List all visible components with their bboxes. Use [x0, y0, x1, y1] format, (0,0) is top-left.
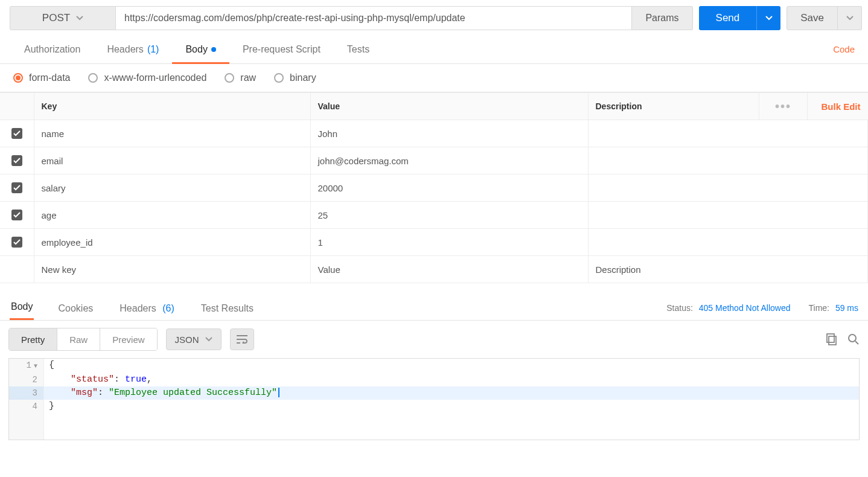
tab-headers-label: Headers [107, 44, 143, 55]
response-meta: Status: 405 Method Not Allowed Time: 59 … [666, 303, 858, 320]
editor-line: 4 } [9, 400, 859, 413]
response-tabs: Body Cookies Headers (6) Test Results St… [0, 289, 868, 321]
radio-icon [88, 73, 98, 83]
chevron-down-icon [76, 16, 83, 21]
view-preview[interactable]: Preview [100, 328, 156, 350]
code-line [44, 426, 859, 440]
code-line [44, 413, 859, 426]
view-pretty[interactable]: Pretty [9, 328, 57, 350]
checkbox[interactable] [11, 128, 22, 139]
radio-icon [13, 73, 23, 83]
radio-form-data[interactable]: form-data [13, 72, 70, 83]
tab-prerequest[interactable]: Pre-request Script [229, 35, 334, 64]
tab-tests[interactable]: Tests [334, 35, 383, 64]
save-button[interactable]: Save [787, 6, 838, 30]
value-cell[interactable]: 20000 [310, 174, 588, 202]
send-dropdown[interactable] [756, 6, 780, 30]
gutter: 2 [9, 373, 44, 386]
col-bulk: Bulk Edit [808, 93, 868, 120]
copy-icon[interactable] [826, 333, 838, 345]
key-cell[interactable]: New key [34, 256, 310, 283]
resp-tab-cookies[interactable]: Cookies [58, 303, 107, 320]
key-cell[interactable]: age [34, 202, 310, 229]
radio-label: form-data [29, 72, 70, 83]
toolbar-right [826, 333, 860, 345]
gutter [9, 413, 44, 426]
url-input[interactable] [116, 6, 632, 30]
more-icon[interactable]: ••• [775, 100, 791, 113]
key-cell[interactable]: name [34, 120, 310, 147]
editor-line: 3 "msg": "Employee updated Successfully" [9, 386, 859, 400]
description-cell[interactable] [588, 147, 868, 174]
checkbox[interactable] [11, 182, 22, 193]
language-label: JSON [175, 335, 199, 345]
table-row: salary20000 [0, 174, 868, 202]
method-select[interactable]: POST [10, 6, 116, 30]
send-button[interactable]: Send [699, 6, 757, 30]
form-data-table: Key Value Description ••• Bulk Edit name… [0, 92, 868, 283]
value-cell[interactable]: 25 [310, 202, 588, 229]
description-cell[interactable] [588, 229, 868, 256]
time-label: Time: [809, 303, 829, 313]
code-line: "msg": "Employee updated Successfully" [44, 386, 859, 400]
wrap-lines-button[interactable] [230, 328, 254, 350]
resp-tab-headers-count: (6) [162, 303, 174, 313]
code-link[interactable]: Code [833, 44, 855, 54]
chevron-down-icon [765, 16, 773, 21]
request-bar: POST Params Send Save [0, 0, 868, 35]
table-header-row: Key Value Description ••• Bulk Edit [0, 93, 868, 120]
chevron-down-icon [846, 16, 854, 21]
save-group: Save [787, 6, 862, 30]
key-cell[interactable]: email [34, 147, 310, 174]
tab-authorization[interactable]: Authorization [11, 35, 94, 64]
editor-line: 1▼ { [9, 359, 859, 373]
key-cell[interactable]: employee_id [34, 229, 310, 256]
send-group: Send [699, 6, 781, 30]
description-cell[interactable] [588, 174, 868, 202]
value-cell[interactable]: Value [310, 256, 588, 283]
col-value: Value [310, 93, 588, 120]
svg-rect-0 [829, 336, 836, 345]
view-raw[interactable]: Raw [57, 328, 100, 350]
resp-tab-tests[interactable]: Test Results [201, 303, 268, 320]
code-line: { [44, 359, 859, 373]
value-cell[interactable]: John [310, 120, 588, 147]
col-checkbox [0, 93, 34, 120]
key-cell[interactable]: salary [34, 174, 310, 202]
description-cell[interactable] [588, 120, 868, 147]
checkbox[interactable] [11, 237, 22, 248]
tab-headers[interactable]: Headers (1) [94, 35, 172, 64]
language-select[interactable]: JSON [166, 328, 222, 350]
search-icon[interactable] [847, 333, 860, 345]
radio-label: x-www-form-urlencoded [104, 72, 206, 83]
checkbox[interactable] [11, 155, 22, 166]
radio-binary[interactable]: binary [274, 72, 316, 83]
table-row: emailjohn@codersmag.com [0, 147, 868, 174]
value-cell[interactable]: 1 [310, 229, 588, 256]
params-button[interactable]: Params [632, 6, 692, 30]
gutter: 4 [9, 400, 44, 413]
radio-label: raw [240, 72, 256, 83]
save-dropdown[interactable] [838, 6, 862, 30]
description-cell[interactable] [588, 202, 868, 229]
response-toolbar: Pretty Raw Preview JSON [0, 321, 868, 358]
resp-tab-body[interactable]: Body [10, 299, 34, 320]
response-editor[interactable]: 1▼ { 2 "status": true, 3 "msg": "Employe… [8, 358, 860, 440]
checkbox[interactable] [11, 210, 22, 220]
radio-x-www[interactable]: x-www-form-urlencoded [88, 72, 206, 83]
resp-tab-headers[interactable]: Headers (6) [120, 303, 189, 320]
bulk-edit-link[interactable]: Bulk Edit [821, 101, 860, 112]
view-mode-segment: Pretty Raw Preview [8, 328, 158, 351]
status-meta: Status: 405 Method Not Allowed [666, 303, 790, 313]
checkbox-empty [0, 256, 34, 283]
tab-body-label: Body [185, 44, 207, 55]
request-tabs: Authorization Headers (1) Body Pre-reque… [0, 35, 868, 64]
svg-point-2 [849, 335, 856, 342]
description-cell[interactable]: Description [588, 256, 868, 283]
value-cell[interactable]: john@codersmag.com [310, 147, 588, 174]
editor-line [9, 413, 859, 426]
radio-raw[interactable]: raw [225, 72, 256, 83]
table-row: employee_id1 [0, 229, 868, 256]
tab-body[interactable]: Body [172, 35, 229, 64]
table-row: age25 [0, 202, 868, 229]
